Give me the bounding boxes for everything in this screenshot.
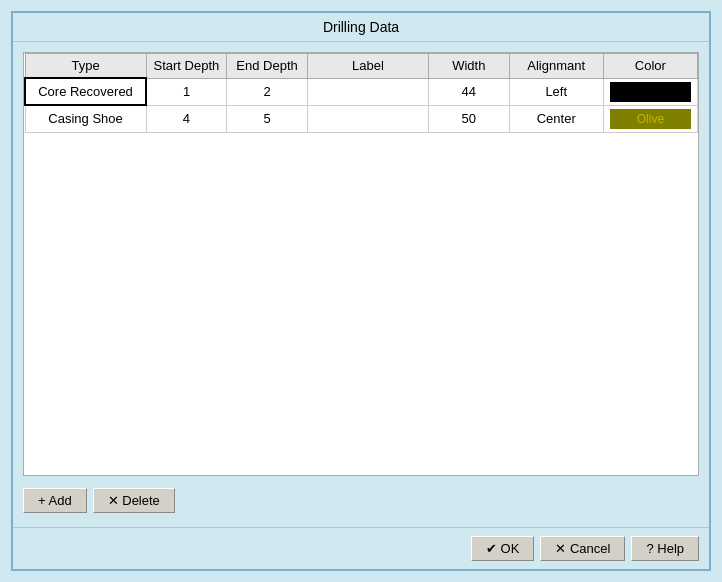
- cell-color[interactable]: Olive: [603, 105, 697, 132]
- drilling-data-table: Type Start Depth End Depth Label Width A…: [24, 53, 698, 133]
- table-row[interactable]: Casing Shoe4550CenterOlive: [25, 105, 698, 132]
- col-header-label: Label: [307, 54, 428, 79]
- cell-type[interactable]: Core Recovered: [25, 78, 146, 105]
- table-button-row: + Add ✕ Delete: [23, 484, 699, 517]
- cell-color[interactable]: [603, 78, 697, 105]
- bottom-bar: ✔ OK ✕ Cancel ? Help: [13, 527, 709, 569]
- title-bar: Drilling Data: [13, 13, 709, 42]
- help-button[interactable]: ? Help: [631, 536, 699, 561]
- cell-end-depth[interactable]: 2: [227, 78, 308, 105]
- ok-button[interactable]: ✔ OK: [471, 536, 534, 561]
- cell-label[interactable]: [307, 78, 428, 105]
- col-header-start-depth: Start Depth: [146, 54, 227, 79]
- add-button[interactable]: + Add: [23, 488, 87, 513]
- col-header-type: Type: [25, 54, 146, 79]
- cell-start-depth[interactable]: 1: [146, 78, 227, 105]
- cell-end-depth[interactable]: 5: [227, 105, 308, 132]
- main-window: Drilling Data Type Start Depth End Depth…: [11, 11, 711, 571]
- col-header-alignment: Alignmant: [509, 54, 603, 79]
- table-header-row: Type Start Depth End Depth Label Width A…: [25, 54, 698, 79]
- cell-start-depth[interactable]: 4: [146, 105, 227, 132]
- col-header-end-depth: End Depth: [227, 54, 308, 79]
- color-swatch: Olive: [610, 109, 691, 129]
- col-header-color: Color: [603, 54, 697, 79]
- cell-alignment[interactable]: Center: [509, 105, 603, 132]
- data-table-container: Type Start Depth End Depth Label Width A…: [23, 52, 699, 476]
- delete-button[interactable]: ✕ Delete: [93, 488, 175, 513]
- window-title: Drilling Data: [323, 19, 399, 35]
- cell-type[interactable]: Casing Shoe: [25, 105, 146, 132]
- cancel-button[interactable]: ✕ Cancel: [540, 536, 625, 561]
- cell-label[interactable]: [307, 105, 428, 132]
- cell-width[interactable]: 50: [428, 105, 509, 132]
- color-swatch: [610, 82, 691, 102]
- cell-width[interactable]: 44: [428, 78, 509, 105]
- content-area: Type Start Depth End Depth Label Width A…: [13, 42, 709, 527]
- table-row[interactable]: Core Recovered1244Left: [25, 78, 698, 105]
- cell-alignment[interactable]: Left: [509, 78, 603, 105]
- col-header-width: Width: [428, 54, 509, 79]
